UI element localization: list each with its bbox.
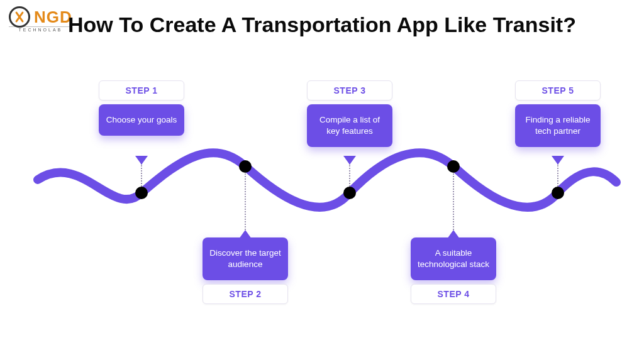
arrow-down-icon (343, 156, 356, 165)
canvas: NGD TECHNOLAB How To Create A Transporta… (0, 0, 644, 338)
step-card-4: A suitable technological stack STEP 4 (411, 237, 496, 304)
step-card-3: STEP 3 Compile a list of key features (307, 80, 392, 147)
step-card-1: STEP 1 Choose your goals (99, 80, 184, 136)
step-1-label: STEP 1 (99, 80, 184, 101)
step-2-label: STEP 2 (203, 284, 288, 304)
connector-2 (245, 171, 246, 230)
node-dot-1 (135, 187, 148, 199)
node-dot-3 (343, 187, 356, 199)
step-4-label: STEP 4 (411, 284, 496, 304)
page-title: How To Create A Transportation App Like … (0, 11, 644, 38)
connector-5 (557, 163, 558, 188)
node-dot-2 (239, 160, 252, 173)
arrow-down-icon (135, 156, 148, 165)
step-card-5: STEP 5 Finding a reliable tech partner (515, 80, 601, 147)
arrow-down-icon (552, 156, 564, 165)
step-3-desc: Compile a list of key features (307, 104, 392, 147)
node-dot-5 (552, 187, 564, 199)
step-2-desc: Discover the target audience (203, 237, 288, 280)
step-card-2: Discover the target audience STEP 2 (203, 237, 288, 304)
process-diagram: STEP 1 Choose your goals Discover the ta… (0, 63, 644, 338)
node-dot-4 (447, 160, 460, 173)
step-1-desc: Choose your goals (99, 104, 184, 136)
step-5-label: STEP 5 (515, 80, 601, 101)
connector-1 (141, 163, 142, 188)
connector-3 (349, 163, 350, 188)
step-3-label: STEP 3 (307, 80, 392, 101)
connector-4 (453, 171, 454, 230)
step-4-desc: A suitable technological stack (411, 237, 496, 280)
step-5-desc: Finding a reliable tech partner (515, 104, 601, 147)
